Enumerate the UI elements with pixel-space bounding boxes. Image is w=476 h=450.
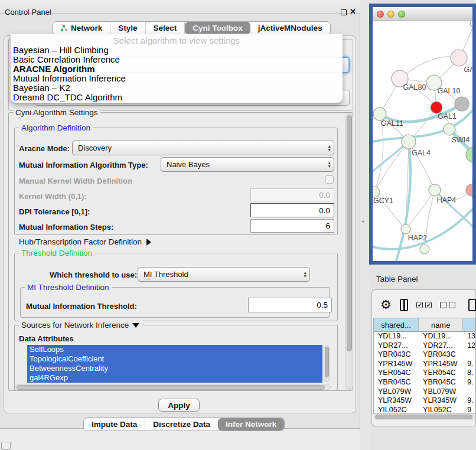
apply-button[interactable]: Apply [158,399,200,412]
close-icon[interactable]: ✕ [350,7,356,16]
tab-cyni-toolbox[interactable]: Cyni Toolbox [185,22,250,34]
table-cell: YDR27... [374,341,419,351]
table-row[interactable]: YDL19...YDL19...13 [374,332,475,341]
table-row[interactable]: YDR27...YDR27...12 [374,341,475,351]
column-header[interactable] [463,318,475,331]
network-node[interactable] [431,102,442,113]
sources-hscrollbar-thumb[interactable] [17,385,325,390]
select-all-checkboxes-icon[interactable]: ✓ ✓ [416,302,432,308]
network-node[interactable] [373,107,386,120]
cyni-bottom-tabbar: Impute DataDiscretize DataInfer Network [83,418,285,431]
table-cell: YER054C [419,369,463,378]
network-node[interactable] [401,224,410,234]
tab-select[interactable]: Select [146,22,185,34]
node-label: GAL11 [381,119,403,128]
table-toolbar: ⚙ ✓ ✓ [373,293,476,317]
network-canvas[interactable]: GALGAL80GAL10GAL1GAL11SWI4GAL4GCY1HAP4YH… [373,21,472,261]
algorithm-option[interactable]: ARACNE Algorithm [11,64,343,74]
network-node[interactable] [470,21,472,28]
algorithm-dropdown-popup: Select algorithm to view settings Bayesi… [11,34,343,103]
dpi-tolerance-field[interactable] [250,203,334,217]
data-attribute-item[interactable]: BetweennessCentrality [27,364,322,373]
data-attribute-item[interactable]: SelfLoops [27,345,322,354]
table-row[interactable]: YLR345WYLR345W9. [374,396,475,406]
panel-resize-handle[interactable]: ◂ [361,219,366,224]
collapsed-arrow-icon [146,239,151,246]
table-cell: 9. [463,378,475,387]
tab-style[interactable]: Style [110,22,145,34]
unchecked-checkbox-icon [449,302,455,308]
network-node[interactable] [420,244,429,254]
node-label: Y [472,196,472,204]
table-row[interactable]: YBR045CYBR045C9. [374,378,475,387]
table-hscrollbar-thumb[interactable] [375,415,472,419]
column-header[interactable]: name [419,318,463,331]
dpi-tolerance-label: DPI Tolerance [0,1]: [19,207,90,216]
node-label: GCY1 [373,197,393,205]
table-row[interactable]: YBR043CYBR043C [374,350,475,360]
node-label: GAL1 [438,112,457,120]
split-columns-icon[interactable] [400,299,409,311]
network-node[interactable] [429,184,441,196]
network-edge-highlighted[interactable] [373,209,472,249]
algorithm-option[interactable]: Bayesian – K2 [11,83,343,93]
which-threshold-label: Which threshold to use: [50,270,137,279]
attr-list-scrollbar-thumb[interactable] [325,347,329,377]
tab-infer-network[interactable]: Infer Network [218,418,284,431]
table-row[interactable]: YBL079WYBL079W [374,387,475,397]
data-attribute-item[interactable]: gal4RGexp [27,373,322,383]
float-window-icon[interactable] [341,9,347,15]
which-threshold-combobox[interactable]: MI Threshold ▲▼ [138,267,310,282]
mac-zoom-button[interactable] [398,11,405,18]
network-node[interactable] [402,135,416,149]
data-attribute-item[interactable]: TopologicalCoefficient [27,354,322,364]
network-node[interactable] [373,187,380,197]
aracne-mode-combobox[interactable]: Discovery ▲▼ [72,141,334,155]
table-cell: YDR27... [419,341,463,351]
network-node[interactable] [455,97,469,111]
node-label: SWI4 [452,136,470,144]
algorithm-option[interactable]: Dream8 DC_TDC Algorithm [11,93,343,102]
manual-kernel-width-checkbox[interactable] [325,175,334,184]
expanded-arrow-icon [132,323,139,328]
tab-jactivemnodules[interactable]: jActiveMNodules [250,22,330,34]
sources-title[interactable]: Sources for Network Inference [19,321,142,330]
manual-kernel-width-label: Manual Kernel Width Definition [19,177,132,185]
document-icon[interactable] [468,299,476,311]
checked-checkbox-icon: ✓ [425,302,432,308]
node-label: HAP4 [437,196,457,204]
node-table[interactable]: shared...nameYDL19...YDL19...13YDR27...Y… [373,318,476,414]
tab-discretize-data[interactable]: Discretize Data [145,418,218,431]
table-row[interactable]: YIL052CYIL052C9 [374,406,475,414]
mac-close-button[interactable] [377,11,384,18]
table-row[interactable]: YER054CYER054C8. [374,369,475,378]
mac-minimize-button[interactable] [387,11,395,18]
algorithm-definition-title: Algorithm Definition [19,123,93,132]
table-cell [463,350,475,360]
table-cell: YLR345W [374,396,419,406]
mi-steps-field[interactable] [250,219,334,233]
kernel-width-field[interactable] [250,188,334,201]
settings-scrollbar-thumb[interactable] [347,115,352,351]
algorithm-option[interactable]: Basic Correlation Inference [11,55,343,64]
hub-definition-toggle[interactable]: Hub/Transcription Factor Definition [19,237,151,246]
gear-icon[interactable]: ⚙ [380,299,392,311]
network-node[interactable] [444,123,455,135]
algorithm-option[interactable]: Bayesian – Hill Climbing [11,45,343,55]
network-edge[interactable] [374,142,409,192]
data-attributes-list[interactable]: SelfLoopsTopologicalCoefficientBetweenne… [27,345,322,383]
deselect-checkboxes-icon[interactable] [440,302,455,308]
algorithm-option[interactable]: Mutual Information Inference [11,74,343,83]
table-row[interactable]: YPR145WYPR145W9. [374,360,475,369]
mi-threshold-field[interactable] [248,298,332,312]
tab-network[interactable]: Network [53,22,110,34]
mi-algorithm-type-combobox[interactable]: Naive Bayes ▲▼ [161,157,334,172]
cyni-algorithm-settings-title: Cyni Algorithm Settings [13,108,100,117]
table-cell: YBL079W [374,387,419,397]
window-corner-icon[interactable] [1,442,11,450]
tab-impute-data[interactable]: Impute Data [84,418,145,431]
control-panel-tabbar: NetworkStyleSelectCyni ToolboxjActiveMNo… [52,21,331,35]
combo-arrows-icon: ▲▼ [304,268,307,281]
column-header[interactable]: shared... [374,318,419,331]
network-node[interactable] [451,50,467,66]
